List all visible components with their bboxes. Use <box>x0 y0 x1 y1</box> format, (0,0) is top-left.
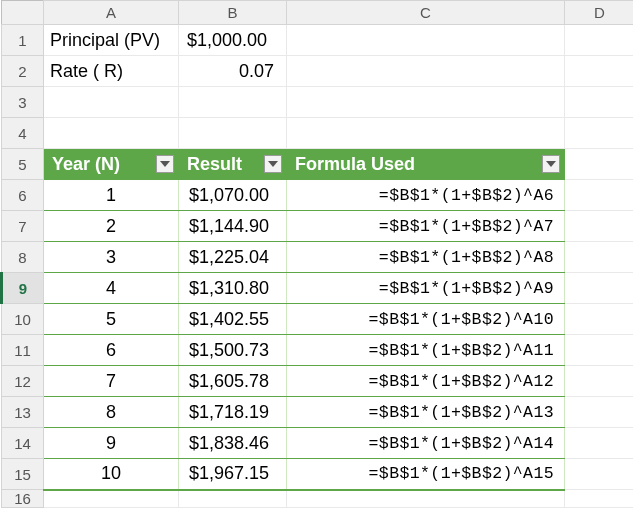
cell-C2[interactable] <box>287 56 565 87</box>
chevron-down-icon <box>546 161 556 167</box>
filter-button-formula[interactable] <box>542 155 560 173</box>
cell-B7[interactable]: $1,144.90 <box>179 211 287 242</box>
cell-B4[interactable] <box>179 118 287 149</box>
row-15: 15 10 $1,967.15 =$B$1*(1+$B$2)^A15 <box>2 459 634 490</box>
row-header-7[interactable]: 7 <box>2 211 44 242</box>
cell-C7[interactable]: =$B$1*(1+$B$2)^A7 <box>287 211 565 242</box>
cell-A13[interactable]: 8 <box>44 397 179 428</box>
cell-D13[interactable] <box>565 397 634 428</box>
row-11: 11 6 $1,500.73 =$B$1*(1+$B$2)^A11 <box>2 335 634 366</box>
cell-B6[interactable]: $1,070.00 <box>179 180 287 211</box>
cell-A14[interactable]: 9 <box>44 428 179 459</box>
row-header-13[interactable]: 13 <box>2 397 44 428</box>
table-header-result-label: Result <box>187 154 242 174</box>
row-header-5[interactable]: 5 <box>2 149 44 180</box>
cell-A9[interactable]: 4 <box>44 273 179 304</box>
row-header-2[interactable]: 2 <box>2 56 44 87</box>
cell-B12[interactable]: $1,605.78 <box>179 366 287 397</box>
cell-D16[interactable] <box>565 490 634 508</box>
cell-B9[interactable]: $1,310.80 <box>179 273 287 304</box>
cell-D5[interactable] <box>565 149 634 180</box>
cell-C10[interactable]: =$B$1*(1+$B$2)^A10 <box>287 304 565 335</box>
cell-A3[interactable] <box>44 87 179 118</box>
chevron-down-icon <box>160 161 170 167</box>
row-header-6[interactable]: 6 <box>2 180 44 211</box>
cell-A12[interactable]: 7 <box>44 366 179 397</box>
cell-C9[interactable]: =$B$1*(1+$B$2)^A9 <box>287 273 565 304</box>
col-header-A[interactable]: A <box>44 1 179 25</box>
cell-C14[interactable]: =$B$1*(1+$B$2)^A14 <box>287 428 565 459</box>
cell-D12[interactable] <box>565 366 634 397</box>
cell-B8[interactable]: $1,225.04 <box>179 242 287 273</box>
cell-A7[interactable]: 2 <box>44 211 179 242</box>
col-header-C[interactable]: C <box>287 1 565 25</box>
cell-B14[interactable]: $1,838.46 <box>179 428 287 459</box>
cell-A6[interactable]: 1 <box>44 180 179 211</box>
cell-C3[interactable] <box>287 87 565 118</box>
cell-A15[interactable]: 10 <box>44 459 179 490</box>
cell-C4[interactable] <box>287 118 565 149</box>
table-header-result[interactable]: Result <box>179 149 287 180</box>
cell-D11[interactable] <box>565 335 634 366</box>
cell-C8[interactable]: =$B$1*(1+$B$2)^A8 <box>287 242 565 273</box>
filter-button-result[interactable] <box>264 155 282 173</box>
cell-D8[interactable] <box>565 242 634 273</box>
row-7: 7 2 $1,144.90 =$B$1*(1+$B$2)^A7 <box>2 211 634 242</box>
row-header-14[interactable]: 14 <box>2 428 44 459</box>
cell-D10[interactable] <box>565 304 634 335</box>
cell-C15[interactable]: =$B$1*(1+$B$2)^A15 <box>287 459 565 490</box>
row-14: 14 9 $1,838.46 =$B$1*(1+$B$2)^A14 <box>2 428 634 459</box>
cell-B2[interactable]: 0.07 <box>179 56 287 87</box>
cell-B1[interactable]: $1,000.00 <box>179 25 287 56</box>
cell-D15[interactable] <box>565 459 634 490</box>
col-header-B[interactable]: B <box>179 1 287 25</box>
cell-C11[interactable]: =$B$1*(1+$B$2)^A11 <box>287 335 565 366</box>
cell-C13[interactable]: =$B$1*(1+$B$2)^A13 <box>287 397 565 428</box>
cell-C16[interactable] <box>287 490 565 508</box>
chevron-down-icon <box>268 161 278 167</box>
row-header-10[interactable]: 10 <box>2 304 44 335</box>
cell-D2[interactable] <box>565 56 634 87</box>
cell-A16[interactable] <box>44 490 179 508</box>
cell-B11[interactable]: $1,500.73 <box>179 335 287 366</box>
select-all-corner[interactable] <box>2 1 44 25</box>
col-header-D[interactable]: D <box>565 1 634 25</box>
row-header-4[interactable]: 4 <box>2 118 44 149</box>
cell-D14[interactable] <box>565 428 634 459</box>
cell-B13[interactable]: $1,718.19 <box>179 397 287 428</box>
table-header-formula[interactable]: Formula Used <box>287 149 565 180</box>
row-12: 12 7 $1,605.78 =$B$1*(1+$B$2)^A12 <box>2 366 634 397</box>
cell-B10[interactable]: $1,402.55 <box>179 304 287 335</box>
cell-D4[interactable] <box>565 118 634 149</box>
row-header-3[interactable]: 3 <box>2 87 44 118</box>
cell-D6[interactable] <box>565 180 634 211</box>
cell-B15[interactable]: $1,967.15 <box>179 459 287 490</box>
cell-D3[interactable] <box>565 87 634 118</box>
row-13: 13 8 $1,718.19 =$B$1*(1+$B$2)^A13 <box>2 397 634 428</box>
row-header-15[interactable]: 15 <box>2 459 44 490</box>
cell-C1[interactable] <box>287 25 565 56</box>
cell-A10[interactable]: 5 <box>44 304 179 335</box>
cell-D9[interactable] <box>565 273 634 304</box>
cell-C12[interactable]: =$B$1*(1+$B$2)^A12 <box>287 366 565 397</box>
filter-button-year[interactable] <box>156 155 174 173</box>
cell-D7[interactable] <box>565 211 634 242</box>
cell-A4[interactable] <box>44 118 179 149</box>
row-header-1[interactable]: 1 <box>2 25 44 56</box>
row-5: 5 Year (N) Result Formula Used <box>2 149 634 180</box>
cell-A1[interactable]: Principal (PV) <box>44 25 179 56</box>
cell-A8[interactable]: 3 <box>44 242 179 273</box>
cell-A11[interactable]: 6 <box>44 335 179 366</box>
table-header-year[interactable]: Year (N) <box>44 149 179 180</box>
cell-B3[interactable] <box>179 87 287 118</box>
row-1: 1 Principal (PV) $1,000.00 <box>2 25 634 56</box>
row-header-16[interactable]: 16 <box>2 490 44 508</box>
cell-D1[interactable] <box>565 25 634 56</box>
row-header-12[interactable]: 12 <box>2 366 44 397</box>
cell-B16[interactable] <box>179 490 287 508</box>
cell-A2[interactable]: Rate ( R) <box>44 56 179 87</box>
cell-C6[interactable]: =$B$1*(1+$B$2)^A6 <box>287 180 565 211</box>
row-header-11[interactable]: 11 <box>2 335 44 366</box>
row-header-9[interactable]: 9 <box>2 273 44 304</box>
row-header-8[interactable]: 8 <box>2 242 44 273</box>
